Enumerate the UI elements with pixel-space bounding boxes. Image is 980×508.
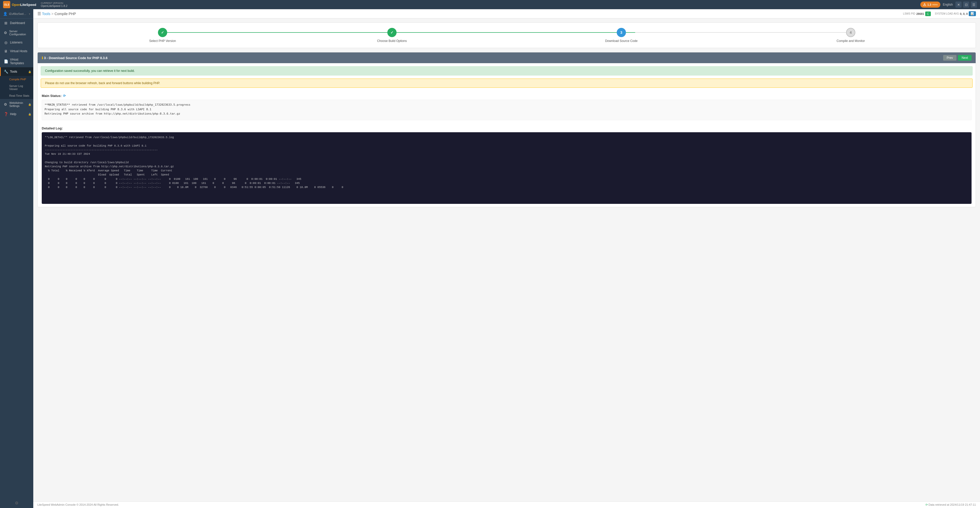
sysload-badge: SYSTEM LOAD AVG 0, 0, 0 📊 bbox=[935, 11, 976, 16]
step-circle-1: ✓ bbox=[158, 28, 167, 37]
status-line-2: Retrieving PHP source archive from http:… bbox=[45, 111, 969, 116]
status-output: **MAIN_STATUS** retrieved from /usr/loca… bbox=[42, 100, 972, 120]
log-title: Detailed Log: bbox=[42, 126, 972, 130]
logo-text: OpenLiteSpeed bbox=[12, 3, 36, 6]
sidebar-item-listeners[interactable]: ◎ Listeners bbox=[0, 38, 33, 47]
sidebar-item-server-config[interactable]: ⚙ Server Configuration bbox=[0, 27, 33, 38]
top-bar: OLS OpenLiteSpeed CURRENT VERSION: OpenL… bbox=[0, 0, 980, 9]
panel-title: ℹ 3 - Download Source Code for PHP 8.3.6 bbox=[42, 56, 108, 60]
submenu-realtime-stats[interactable]: Real-Time Stats bbox=[0, 92, 33, 99]
footer: LiteSpeed WebAdmin Console © 2014-2024 A… bbox=[33, 502, 980, 508]
webadmin-lock-icon: 🔒 bbox=[28, 103, 31, 106]
log-section: Detailed Log: **LOG_DETAIL** retrieved f… bbox=[38, 123, 976, 207]
prev-button[interactable]: Prev bbox=[943, 55, 957, 60]
submenu-server-log-viewer[interactable]: Server Log Viewer bbox=[0, 83, 33, 92]
wizard-step-2: ✓ Choose Build Options bbox=[277, 28, 507, 43]
breadcrumb: ☰ Tools > Compile PHP bbox=[37, 11, 76, 16]
tools-icon: 🔧 bbox=[4, 70, 8, 74]
version-value: OpenLiteSpeed 1.8.2 bbox=[41, 4, 67, 8]
sidebar: 👤 IZuf6bz5wdsfmk209b... ▾ ⊞ Dashboard ⚙ … bbox=[0, 9, 33, 508]
wizard-step-3: 3 Download Source Code bbox=[507, 28, 736, 43]
step-label-4: Compile and Monitor bbox=[837, 39, 865, 43]
sidebar-user[interactable]: 👤 IZuf6bz5wdsfmk209b... ▾ bbox=[0, 9, 33, 19]
help-icon: ❓ bbox=[4, 112, 8, 116]
chevron-icon: ▾ bbox=[29, 13, 30, 15]
user-name: IZuf6bz5wdsfmk209b... bbox=[9, 12, 27, 15]
submenu-item-label: Compile PHP bbox=[9, 78, 26, 81]
main-panel: ℹ 3 - Download Source Code for PHP 8.3.6… bbox=[37, 52, 976, 207]
sidebar-item-vhost-templates[interactable]: 📄 VHost Templates bbox=[0, 56, 33, 67]
wizard-step-1: ✓ Select PHP Version bbox=[48, 28, 277, 43]
version-label: CURRENT VERSION: bbox=[41, 2, 67, 4]
footer-data-retrieved: ⟳ Data retrieved at 2024/11/19 21:47:11 bbox=[926, 503, 976, 506]
lsws-pid-value: 28681 bbox=[916, 12, 924, 15]
header-right: LSWS PID 28681 C SYSTEM LOAD AVG 0, 0, 0… bbox=[903, 11, 976, 16]
sysload-chart-button[interactable]: 📊 bbox=[969, 11, 976, 16]
sidebar-item-help[interactable]: ❓ Help 🔒 bbox=[0, 110, 33, 118]
sidebar-item-label: Listeners bbox=[10, 41, 22, 44]
step-circle-2: ✓ bbox=[387, 28, 396, 37]
footer-copyright: LiteSpeed WebAdmin Console © 2014-2024 A… bbox=[37, 503, 119, 506]
alert-warning-text: Please do not use the browser refresh, b… bbox=[45, 81, 160, 85]
sidebar-item-label: Tools bbox=[10, 70, 17, 73]
sidebar-item-label: WebAdmin Settings bbox=[10, 101, 30, 108]
wizard-step-4: 4 Compile and Monitor bbox=[736, 28, 966, 43]
submenu-item-label: Real-Time Stats bbox=[9, 94, 29, 97]
panel-step-icon: ℹ bbox=[42, 56, 43, 60]
next-button[interactable]: Next bbox=[958, 55, 972, 60]
panel-title-text: 3 - Download Source Code for PHP 8.3.6 bbox=[44, 56, 108, 60]
sysload-value: 0, 0, 0 bbox=[960, 12, 968, 15]
top-bar-left: OLS OpenLiteSpeed CURRENT VERSION: OpenL… bbox=[3, 1, 67, 8]
virtual-hosts-icon: 🖥 bbox=[4, 49, 8, 53]
lsws-status-button[interactable]: C bbox=[925, 11, 931, 16]
help-lock-icon: 🔒 bbox=[28, 113, 31, 116]
step-label-3: Download Source Code bbox=[605, 39, 638, 43]
sidebar-item-dashboard[interactable]: ⊞ Dashboard bbox=[0, 19, 33, 27]
header-bar: ☰ Tools > Compile PHP LSWS PID 28681 C S… bbox=[33, 9, 980, 18]
sidebar-item-label: Server Configuration bbox=[9, 30, 30, 36]
sidebar-item-label: Virtual Hosts bbox=[10, 49, 27, 53]
panel-header: ℹ 3 - Download Source Code for PHP 8.3.6… bbox=[38, 52, 976, 63]
right-side: ☰ Tools > Compile PHP LSWS PID 28681 C S… bbox=[33, 9, 980, 508]
status-section: Main Status: ⟳ **MAIN_STATUS** retrieved… bbox=[38, 91, 976, 123]
top-bar-right: ⚠ 1.3 mins English ✕ ⊡ ☰ bbox=[920, 2, 977, 8]
status-refresh-icon[interactable]: ⟳ bbox=[63, 94, 66, 98]
status-title-text: Main Status: bbox=[42, 94, 62, 98]
status-line-0: **MAIN_STATUS** retrieved from /usr/loca… bbox=[45, 103, 969, 107]
status-title: Main Status: ⟳ bbox=[42, 94, 972, 98]
lsws-pid-label: LSWS PID bbox=[903, 12, 915, 15]
tools-lock-icon: 🔒 bbox=[28, 70, 31, 73]
menu-btn[interactable]: ☰ bbox=[971, 2, 977, 8]
sidebar-item-tools[interactable]: 🔧 Tools 🔒 bbox=[0, 67, 33, 76]
webadmin-icon: ⚙ bbox=[4, 102, 8, 106]
logo-icon: OLS bbox=[3, 1, 10, 8]
lsws-pid-badge: LSWS PID 28681 C bbox=[903, 11, 931, 16]
log-output: **LOG_DETAIL** retrieved from /usr/local… bbox=[42, 132, 972, 204]
alert-success: Configuration saved successfully, you ca… bbox=[41, 66, 972, 75]
breadcrumb-icon: ☰ bbox=[37, 11, 41, 16]
breadcrumb-sep: > bbox=[51, 12, 54, 16]
user-icon: 👤 bbox=[3, 12, 8, 16]
sidebar-item-virtual-hosts[interactable]: 🖥 Virtual Hosts bbox=[0, 47, 33, 56]
panel-actions: Prev Next bbox=[943, 55, 972, 60]
window-btn[interactable]: ⊡ bbox=[963, 2, 969, 8]
listeners-icon: ◎ bbox=[4, 40, 8, 44]
badge-number: 1.3 bbox=[927, 3, 931, 6]
step-label-2: Choose Build Options bbox=[377, 39, 407, 43]
sidebar-bottom-gear[interactable]: ⚙ bbox=[0, 498, 33, 508]
sysload-label: SYSTEM LOAD AVG bbox=[935, 12, 959, 15]
sidebar-item-label: Dashboard bbox=[10, 21, 25, 25]
sidebar-submenu-tools: Compile PHP Server Log Viewer Real-Time … bbox=[0, 76, 33, 99]
breadcrumb-current: Compile PHP bbox=[54, 12, 76, 16]
steps-row: ✓ Select PHP Version ✓ Choose Build Opti… bbox=[48, 28, 966, 43]
sidebar-item-label: Help bbox=[10, 112, 16, 116]
language-selector[interactable]: English bbox=[943, 3, 953, 6]
breadcrumb-parent: Tools bbox=[42, 12, 51, 16]
submenu-compile-php[interactable]: Compile PHP bbox=[0, 76, 33, 83]
top-icons: ✕ ⊡ ☰ bbox=[955, 2, 977, 8]
sidebar-item-label: VHost Templates bbox=[10, 58, 30, 65]
close-btn[interactable]: ✕ bbox=[955, 2, 962, 8]
step-circle-3: 3 bbox=[617, 28, 626, 37]
sidebar-item-webadmin[interactable]: ⚙ WebAdmin Settings 🔒 bbox=[0, 99, 33, 110]
notification-badge[interactable]: ⚠ 1.3 mins bbox=[920, 2, 940, 8]
